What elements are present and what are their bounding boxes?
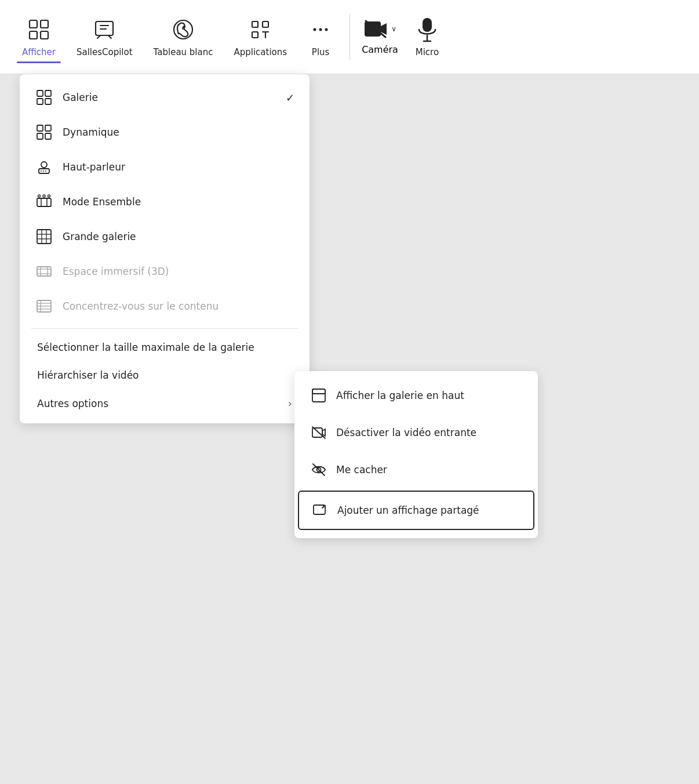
toolbar-item-sallescopilot[interactable]: SallesCopilot bbox=[66, 12, 143, 62]
concentrez-vous-label: Concentrez-vous sur le contenu bbox=[63, 300, 219, 312]
toolbar-item-afficher[interactable]: Afficher bbox=[12, 12, 66, 62]
affichage-partage-label: Ajouter un affichage partagé bbox=[337, 504, 479, 516]
toolbar-item-camera[interactable]: ∨ Caméra bbox=[356, 14, 404, 60]
menu-item-autres-options[interactable]: Autres options › bbox=[23, 389, 306, 418]
mode-ensemble-icon bbox=[35, 193, 53, 211]
me-cacher-label: Me cacher bbox=[336, 464, 387, 476]
espace-immersif-label: Espace immersif (3D) bbox=[63, 266, 169, 277]
galerie-icon bbox=[35, 88, 53, 107]
sallescopilot-label: SallesCopilot bbox=[77, 47, 133, 57]
svg-point-24 bbox=[41, 162, 47, 168]
sub-dropdown-menu: Afficher la galerie en haut Désactiver l… bbox=[294, 371, 538, 538]
menu-item-dynamique[interactable]: Dynamique bbox=[23, 115, 306, 150]
camera-label: Caméra bbox=[362, 44, 398, 55]
toolbar-divider bbox=[350, 14, 350, 60]
sub-menu-item-me-cacher[interactable]: Me cacher bbox=[298, 451, 534, 488]
svg-line-53 bbox=[312, 427, 325, 438]
espace-immersif-icon bbox=[35, 262, 53, 281]
sub-menu-item-desactiver-video[interactable]: Désactiver la vidéo entrante bbox=[298, 414, 534, 451]
svg-rect-17 bbox=[45, 90, 51, 96]
svg-rect-6 bbox=[252, 21, 258, 27]
affichage-partage-icon bbox=[312, 502, 328, 518]
svg-point-34 bbox=[48, 195, 50, 197]
hierarchiser-label: Hiérarchiser la vidéo bbox=[37, 369, 139, 381]
camera-chevron-icon: ∨ bbox=[391, 25, 396, 33]
afficher-label: Afficher bbox=[22, 47, 56, 57]
galerie-check: ✓ bbox=[286, 92, 294, 104]
afficher-icon bbox=[26, 17, 52, 42]
grande-galerie-label: Grande galerie bbox=[63, 231, 136, 242]
menu-item-hierarchiser[interactable]: Hiérarchiser la vidéo bbox=[23, 361, 306, 389]
svg-rect-18 bbox=[37, 99, 43, 104]
galerie-haut-label: Afficher la galerie en haut bbox=[336, 390, 464, 401]
menu-item-espace-immersif[interactable]: Espace immersif (3D) bbox=[23, 254, 306, 289]
toolbar-item-tableau-blanc[interactable]: Tableau blanc bbox=[143, 12, 224, 62]
toolbar: Afficher SallesCopilot Tableau blanc bbox=[0, 0, 699, 74]
toolbar-item-plus[interactable]: Plus bbox=[297, 12, 344, 62]
haut-parleur-label: Haut-parleur bbox=[63, 161, 125, 173]
tableau-blanc-label: Tableau blanc bbox=[154, 47, 213, 57]
micro-label: Micro bbox=[416, 47, 439, 57]
desactiver-video-icon bbox=[311, 424, 327, 441]
svg-rect-8 bbox=[252, 32, 258, 38]
me-cacher-icon bbox=[311, 462, 327, 478]
dynamique-label: Dynamique bbox=[63, 126, 119, 138]
svg-rect-2 bbox=[30, 31, 37, 39]
svg-rect-35 bbox=[37, 230, 51, 244]
svg-line-55 bbox=[313, 464, 325, 476]
svg-rect-23 bbox=[45, 133, 51, 139]
svg-point-10 bbox=[319, 28, 322, 31]
plus-icon bbox=[308, 17, 333, 42]
menu-item-concentrez-vous[interactable]: Concentrez-vous sur le contenu bbox=[23, 289, 306, 324]
autres-options-label: Autres options bbox=[37, 398, 108, 409]
camera-icon bbox=[363, 19, 389, 39]
tableau-blanc-icon bbox=[170, 17, 196, 42]
applications-icon bbox=[247, 17, 273, 42]
toolbar-item-applications[interactable]: Applications bbox=[223, 12, 297, 62]
dynamique-icon bbox=[35, 123, 53, 141]
svg-rect-20 bbox=[37, 125, 43, 131]
menu-item-taille-max[interactable]: Sélectionner la taille maximale de la ga… bbox=[23, 333, 306, 361]
svg-point-33 bbox=[43, 195, 45, 197]
menu-item-galerie[interactable]: Galerie ✓ bbox=[23, 80, 306, 115]
svg-rect-16 bbox=[37, 90, 43, 96]
svg-rect-51 bbox=[312, 389, 325, 394]
svg-rect-50 bbox=[312, 389, 325, 402]
svg-rect-29 bbox=[37, 198, 51, 206]
svg-rect-3 bbox=[41, 31, 48, 39]
taille-max-label: Sélectionner la taille maximale de la ga… bbox=[37, 342, 254, 353]
micro-icon bbox=[414, 17, 440, 42]
galerie-label: Galerie bbox=[63, 92, 98, 103]
sallescopilot-icon bbox=[92, 17, 117, 42]
svg-rect-13 bbox=[423, 18, 432, 32]
menu-divider-1 bbox=[31, 328, 298, 329]
svg-point-32 bbox=[38, 195, 41, 197]
svg-rect-21 bbox=[45, 125, 51, 131]
menu-item-mode-ensemble[interactable]: Mode Ensemble bbox=[23, 184, 306, 219]
plus-label: Plus bbox=[312, 47, 330, 57]
svg-rect-40 bbox=[37, 267, 51, 276]
toolbar-item-micro[interactable]: Micro bbox=[404, 12, 450, 62]
svg-point-9 bbox=[314, 28, 316, 31]
galerie-haut-icon bbox=[311, 387, 327, 404]
svg-rect-22 bbox=[37, 133, 43, 139]
sub-menu-item-affichage-partage[interactable]: Ajouter un affichage partagé bbox=[298, 491, 534, 530]
menu-item-grande-galerie[interactable]: Grande galerie bbox=[23, 219, 306, 254]
svg-rect-1 bbox=[41, 20, 48, 28]
grande-galerie-icon bbox=[35, 227, 53, 246]
sub-menu-item-galerie-haut[interactable]: Afficher la galerie en haut bbox=[298, 377, 534, 414]
menu-item-haut-parleur[interactable]: Haut-parleur bbox=[23, 150, 306, 184]
applications-label: Applications bbox=[234, 47, 287, 57]
desactiver-video-label: Désactiver la vidéo entrante bbox=[336, 427, 476, 438]
autres-options-arrow-icon: › bbox=[288, 397, 292, 409]
svg-point-11 bbox=[325, 28, 328, 31]
svg-rect-7 bbox=[263, 21, 268, 27]
mode-ensemble-label: Mode Ensemble bbox=[63, 196, 141, 208]
view-dropdown-menu: Galerie ✓ Dynamique Haut-parleur bbox=[20, 74, 310, 423]
svg-rect-0 bbox=[30, 20, 37, 28]
concentrez-vous-icon bbox=[35, 297, 53, 315]
svg-rect-19 bbox=[45, 99, 51, 104]
haut-parleur-icon bbox=[35, 158, 53, 176]
